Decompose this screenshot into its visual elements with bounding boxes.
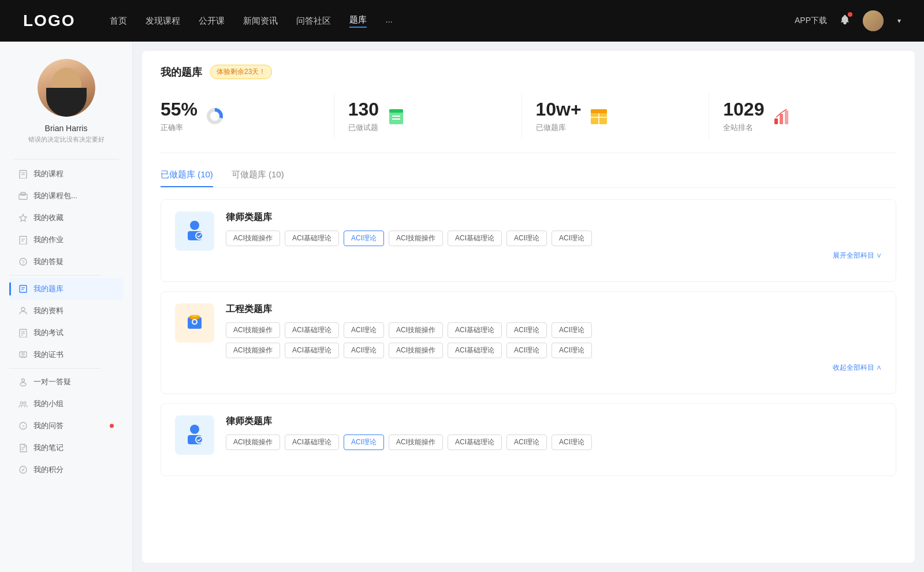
chevron-down-icon[interactable]: ▾	[897, 17, 901, 25]
nav-home[interactable]: 首页	[110, 16, 127, 27]
trial-badge: 体验剩余23天！	[210, 65, 272, 79]
lawyer2-icon-wrap	[175, 415, 214, 455]
nav-items: 首页 发现课程 公开课 新闻资讯 问答社区 题库 ···	[110, 14, 772, 28]
stat-done-banks: 10w+ 已做题库	[522, 93, 710, 139]
tag-eng1-4[interactable]: ACI基础理论	[448, 322, 502, 338]
stats-row: 55% 正确率 130 已做试题	[161, 93, 896, 153]
tag-eng1-0[interactable]: ACI技能操作	[226, 322, 280, 338]
tag-lawyer1-2[interactable]: ACI理论	[344, 231, 384, 246]
stat-accuracy-label: 正确率	[161, 122, 198, 133]
tag-eng2-3[interactable]: ACI技能操作	[389, 343, 443, 358]
stat-rank-label: 全站排名	[723, 122, 764, 133]
nav-opencourse[interactable]: 公开课	[199, 16, 225, 27]
notification-dot	[848, 12, 852, 17]
expand-lawyer1[interactable]: 展开全部科目 ∨	[226, 251, 882, 261]
favorites-icon	[18, 213, 28, 222]
sidebar-item-profile[interactable]: 我的资料	[9, 300, 123, 322]
svg-rect-35	[389, 109, 403, 113]
tag-eng2-1[interactable]: ACI基础理论	[285, 343, 339, 358]
sidebar-item-myqa[interactable]: ? 我的问答	[9, 415, 123, 437]
tag-eng2-2[interactable]: ACI理论	[344, 343, 384, 358]
sidebar-item-profile-label: 我的资料	[33, 306, 64, 316]
sidebar-item-packages-label: 我的课程包...	[33, 191, 77, 201]
logo: LOGO	[23, 12, 75, 30]
tag-eng1-2[interactable]: ACI理论	[344, 322, 384, 338]
tag-eng2-5[interactable]: ACI理论	[506, 343, 547, 358]
tag-lawyer2-6[interactable]: ACI理论	[552, 434, 592, 450]
sidebar-item-packages[interactable]: 我的课程包...	[9, 185, 123, 207]
tag-eng2-0[interactable]: ACI技能操作	[226, 343, 280, 358]
tab-done[interactable]: 已做题库 (10)	[161, 169, 213, 187]
tag-eng2-4[interactable]: ACI基础理论	[448, 343, 502, 358]
tag-lawyer2-3[interactable]: ACI技能操作	[389, 434, 443, 450]
main-layout: Brian Harris 错误的决定比没有决定要好 我的课程 我的课程包...	[0, 42, 924, 572]
tag-lawyer2-4[interactable]: ACI基础理论	[448, 434, 502, 450]
collapse-engineer1[interactable]: 收起全部科目 ∧	[226, 363, 882, 373]
sidebar-item-courses[interactable]: 我的课程	[9, 163, 123, 185]
tag-lawyer1-5[interactable]: ACI理论	[506, 231, 547, 246]
sidebar-item-notes[interactable]: 我的笔记	[9, 437, 123, 459]
sidebar-item-groups[interactable]: 我的小组	[9, 393, 123, 415]
sidebar-item-favorites[interactable]: 我的收藏	[9, 207, 123, 229]
qbank-body-lawyer2: 律师类题库 ACI技能操作 ACI基础理论 ACI理论 ACI技能操作 ACI基…	[226, 415, 882, 455]
svg-point-23	[22, 379, 25, 382]
notes-icon	[18, 443, 28, 452]
tag-lawyer1-4[interactable]: ACI基础理论	[448, 231, 502, 246]
sidebar-item-questions-label: 我的答疑	[33, 257, 64, 267]
tutoring-icon	[18, 377, 28, 387]
certs-icon	[18, 350, 28, 359]
tags-row-engineer1-1: ACI技能操作 ACI基础理论 ACI理论 ACI技能操作 ACI基础理论 AC…	[226, 322, 882, 338]
nav-qa[interactable]: 问答社区	[296, 16, 331, 27]
stat-rank: 1029 全站排名	[709, 93, 896, 139]
questions-icon: ?	[18, 257, 28, 266]
divider-mid1	[9, 275, 100, 276]
tag-lawyer1-6[interactable]: ACI理论	[552, 231, 592, 246]
tag-lawyer1-3[interactable]: ACI技能操作	[389, 231, 443, 246]
nav-discover[interactable]: 发现课程	[146, 16, 180, 27]
sidebar-avatar	[38, 59, 95, 117]
tag-eng1-1[interactable]: ACI基础理论	[285, 322, 339, 338]
app-download[interactable]: APP下载	[795, 16, 827, 26]
avatar[interactable]	[863, 10, 884, 31]
doc-list-icon	[386, 106, 407, 127]
tag-eng1-6[interactable]: ACI理论	[552, 322, 592, 338]
tag-lawyer1-1[interactable]: ACI基础理论	[285, 231, 339, 246]
svg-rect-39	[591, 109, 607, 113]
tag-lawyer2-2[interactable]: ACI理论	[344, 434, 384, 450]
sidebar-item-myqa-label: 我的问答	[33, 421, 64, 431]
sidebar-item-courses-label: 我的课程	[33, 169, 64, 179]
sidebar-item-points[interactable]: 我的积分	[9, 459, 123, 481]
svg-rect-19	[20, 352, 27, 357]
tag-lawyer1-0[interactable]: ACI技能操作	[226, 231, 280, 246]
tab-available[interactable]: 可做题库 (10)	[232, 169, 284, 187]
svg-rect-11	[20, 285, 27, 292]
sidebar-item-homework[interactable]: 我的作业	[9, 229, 123, 251]
notification-bell[interactable]	[839, 13, 851, 28]
tag-lawyer2-0[interactable]: ACI技能操作	[226, 434, 280, 450]
tag-eng1-5[interactable]: ACI理论	[506, 322, 547, 338]
nav-news[interactable]: 新闻资讯	[243, 16, 278, 27]
svg-marker-5	[20, 214, 27, 221]
sidebar-item-notes-label: 我的笔记	[33, 443, 64, 453]
sidebar-item-qbank[interactable]: 我的题库	[9, 278, 123, 300]
tag-eng1-3[interactable]: ACI技能操作	[389, 322, 443, 338]
tag-lawyer2-1[interactable]: ACI基础理论	[285, 434, 339, 450]
sidebar-item-tutoring[interactable]: 一对一答疑	[9, 371, 123, 393]
lawyer1-icon-wrap	[175, 211, 214, 251]
exams-icon	[18, 328, 28, 337]
qbank-section-engineer1: 工程类题库 ACI技能操作 ACI基础理论 ACI理论 ACI技能操作 ACI基…	[161, 291, 896, 394]
stat-banks-label: 已做题库	[536, 122, 582, 133]
svg-point-26	[24, 402, 26, 404]
tag-eng2-6[interactable]: ACI理论	[552, 343, 592, 358]
sidebar-item-certs[interactable]: 我的证书	[9, 344, 123, 366]
main-content: 我的题库 体验剩余23天！ 55% 正确率	[142, 51, 915, 563]
tag-lawyer2-5[interactable]: ACI理论	[506, 434, 547, 450]
stat-done-number: 130	[348, 99, 379, 120]
nav-qbank[interactable]: 题库	[349, 14, 367, 28]
sidebar-item-qbank-label: 我的题库	[33, 284, 64, 294]
sidebar-item-questions[interactable]: ? 我的答疑	[9, 251, 123, 273]
sidebar-username: Brian Harris	[45, 124, 88, 133]
points-icon	[18, 465, 28, 474]
sidebar-item-exams[interactable]: 我的考试	[9, 322, 123, 344]
nav-more[interactable]: ···	[385, 16, 393, 26]
